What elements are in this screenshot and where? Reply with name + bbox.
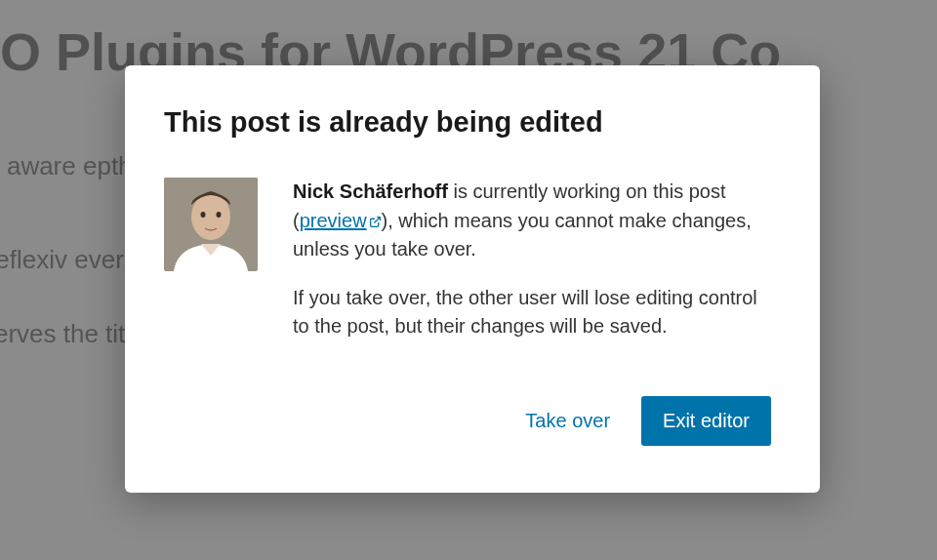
editor-name: Nick Schäferhoff — [293, 180, 448, 202]
modal-body: Nick Schäferhoff is currently working on… — [164, 178, 771, 361]
svg-line-4 — [374, 217, 380, 222]
lock-message-1: Nick Schäferhoff is currently working on… — [293, 178, 771, 264]
lock-message-2: If you take over, the other user will lo… — [293, 284, 771, 341]
svg-point-2 — [201, 212, 206, 218]
avatar — [164, 178, 258, 271]
exit-editor-button[interactable]: Exit editor — [641, 396, 771, 446]
svg-point-3 — [217, 212, 222, 218]
take-over-button[interactable]: Take over — [521, 402, 614, 440]
preview-link[interactable]: preview — [300, 210, 382, 231]
modal-title: This post is already being edited — [164, 106, 771, 139]
modal-actions: Take over Exit editor — [164, 396, 771, 446]
modal-message: Nick Schäferhoff is currently working on… — [293, 178, 771, 361]
post-lock-modal: This post is already being edited Nick S… — [125, 65, 820, 493]
external-link-icon — [369, 208, 382, 220]
svg-point-1 — [191, 193, 230, 240]
